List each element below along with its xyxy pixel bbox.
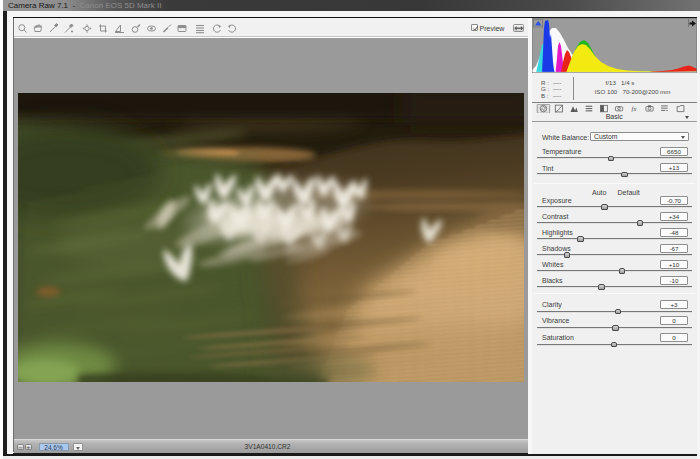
svg-text:fx: fx: [632, 105, 637, 112]
